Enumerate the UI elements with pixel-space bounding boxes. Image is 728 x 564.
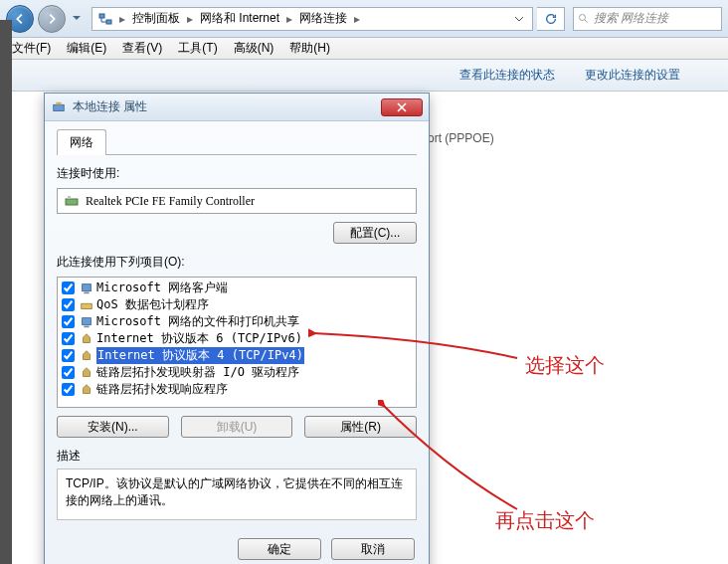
menu-help[interactable]: 帮助(H) — [281, 38, 338, 59]
list-item[interactable]: QoS 数据包计划程序 — [58, 296, 416, 313]
search-placeholder: 搜索 网络连接 — [594, 10, 668, 27]
tab-strip: 网络 — [57, 129, 417, 155]
svg-rect-11 — [84, 325, 89, 327]
breadcrumb[interactable]: ▸ 控制面板 ▸ 网络和 Internet ▸ 网络连接 ▸ — [91, 7, 533, 31]
protocol-list[interactable]: Microsoft 网络客户端QoS 数据包计划程序Microsoft 网络的文… — [57, 277, 417, 408]
list-item[interactable]: 链路层拓扑发现映射器 I/O 驱动程序 — [58, 364, 416, 381]
refresh-button[interactable] — [537, 7, 565, 31]
list-item-label: 链路层拓扑发现响应程序 — [96, 381, 228, 398]
dialog-title: 本地连接 属性 — [73, 98, 381, 115]
menu-advanced[interactable]: 高级(N) — [226, 38, 282, 59]
chevron-right-icon: ▸ — [184, 12, 196, 26]
list-item[interactable]: Internet 协议版本 4 (TCP/IPv4) — [58, 347, 416, 364]
svg-rect-9 — [81, 303, 91, 308]
forward-button[interactable] — [38, 5, 66, 33]
cancel-button[interactable]: 取消 — [331, 538, 415, 560]
svg-point-2 — [580, 14, 586, 20]
svg-rect-5 — [66, 199, 78, 205]
chevron-right-icon: ▸ — [351, 12, 363, 26]
annotation-select: 选择这个 — [525, 352, 605, 379]
items-label: 此连接使用下列项目(O): — [57, 254, 417, 271]
properties-button[interactable]: 属性(R) — [304, 416, 417, 438]
menu-file[interactable]: 文件(F) — [4, 38, 59, 59]
list-checkbox[interactable] — [62, 332, 75, 345]
breadcrumb-segment[interactable]: 网络和 Internet — [196, 8, 283, 30]
list-checkbox[interactable] — [62, 349, 75, 362]
connect-using-label: 连接时使用: — [57, 165, 417, 182]
install-button[interactable]: 安装(N)... — [57, 416, 169, 438]
list-item[interactable]: Microsoft 网络的文件和打印机共享 — [58, 313, 416, 330]
list-checkbox[interactable] — [62, 366, 75, 379]
list-item-label: Internet 协议版本 6 (TCP/IPv6) — [96, 330, 302, 347]
nav-history-dropdown[interactable] — [70, 5, 84, 33]
breadcrumb-segment[interactable]: 控制面板 — [128, 8, 184, 30]
adapter-name: Realtek PCIe FE Family Controller — [86, 194, 255, 209]
menu-view[interactable]: 查看(V) — [114, 38, 170, 59]
close-button[interactable] — [381, 98, 423, 116]
network-adapter-icon — [51, 99, 67, 115]
toolbar: 查看此连接的状态 更改此连接的设置 — [0, 60, 728, 92]
chevron-right-icon: ▸ — [116, 12, 128, 26]
list-checkbox[interactable] — [62, 282, 75, 294]
description-text: TCP/IP。该协议是默认的广域网络协议，它提供在不同的相互连接的网络上的通讯。 — [57, 469, 417, 520]
toolbar-change-settings[interactable]: 更改此连接的设置 — [585, 67, 680, 84]
chevron-right-icon: ▸ — [283, 12, 295, 26]
protocol-icon — [79, 331, 93, 346]
tab-network[interactable]: 网络 — [57, 129, 106, 155]
adapter-icon — [64, 193, 80, 209]
svg-rect-4 — [56, 101, 61, 104]
adapter-field: Realtek PCIe FE Family Controller — [57, 188, 417, 214]
network-icon — [96, 10, 114, 28]
list-item[interactable]: 链路层拓扑发现响应程序 — [58, 381, 416, 398]
protocol-icon — [79, 365, 93, 380]
svg-rect-3 — [54, 104, 65, 110]
list-item-label: Microsoft 网络的文件和打印机共享 — [96, 313, 299, 330]
svg-rect-7 — [82, 283, 91, 290]
configure-button[interactable]: 配置(C)... — [333, 222, 417, 244]
toolbar-view-status[interactable]: 查看此连接的状态 — [459, 67, 555, 84]
list-item[interactable]: Internet 协议版本 6 (TCP/IPv6) — [58, 330, 416, 347]
svg-rect-10 — [82, 317, 91, 324]
svg-rect-6 — [68, 196, 71, 199]
list-checkbox[interactable] — [62, 298, 75, 311]
list-checkbox[interactable] — [62, 315, 75, 328]
list-item-label: 链路层拓扑发现映射器 I/O 驱动程序 — [96, 364, 299, 381]
list-item-label: QoS 数据包计划程序 — [96, 296, 209, 313]
chevron-down-icon[interactable] — [510, 10, 528, 28]
protocol-icon — [79, 281, 93, 295]
explorer-nav-bar: ▸ 控制面板 ▸ 网络和 Internet ▸ 网络连接 ▸ 搜索 网络连接 — [0, 0, 728, 38]
protocol-icon — [79, 348, 93, 363]
menubar: 文件(F) 编辑(E) 查看(V) 工具(T) 高级(N) 帮助(H) — [0, 38, 728, 60]
description-label: 描述 — [57, 448, 417, 465]
ok-button[interactable]: 确定 — [238, 538, 321, 560]
pppoe-label: ort (PPPOE) — [428, 131, 494, 145]
list-checkbox[interactable] — [62, 383, 75, 396]
svg-rect-8 — [84, 291, 89, 293]
connection-properties-dialog: 本地连接 属性 网络 连接时使用: Realtek PCIe FE Family… — [44, 93, 430, 564]
list-item-label: Internet 协议版本 4 (TCP/IPv4) — [96, 347, 304, 364]
protocol-icon — [79, 314, 93, 329]
svg-rect-1 — [106, 20, 111, 24]
list-item[interactable]: Microsoft 网络客户端 — [58, 280, 416, 296]
list-item-label: Microsoft 网络客户端 — [96, 280, 228, 296]
dialog-titlebar[interactable]: 本地连接 属性 — [45, 94, 429, 121]
protocol-icon — [79, 382, 93, 397]
svg-rect-0 — [99, 14, 104, 18]
menu-edit[interactable]: 编辑(E) — [59, 38, 114, 59]
annotation-click: 再点击这个 — [495, 507, 595, 534]
menu-tools[interactable]: 工具(T) — [170, 38, 225, 59]
protocol-icon — [79, 297, 93, 312]
uninstall-button: 卸载(U) — [181, 416, 293, 438]
breadcrumb-segment[interactable]: 网络连接 — [295, 8, 351, 30]
search-input[interactable]: 搜索 网络连接 — [573, 7, 722, 31]
